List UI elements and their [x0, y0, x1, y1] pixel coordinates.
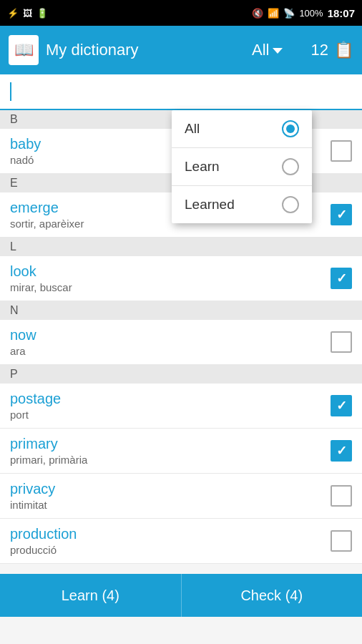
filter-learned-label: Learned [185, 197, 235, 213]
list-item[interactable]: privacy intimitat [0, 474, 362, 519]
checkbox-now[interactable] [331, 331, 352, 353]
word-count: 12 [311, 41, 328, 59]
app-icon: 📖 [9, 35, 39, 65]
checkbox-look[interactable] [331, 268, 352, 289]
text-cursor [10, 82, 11, 101]
radio-learned [282, 196, 299, 213]
list-item[interactable]: now ara [0, 320, 362, 365]
filter-dropdown: All Learn Learned [172, 110, 312, 223]
learn-button[interactable]: Learn (4) [0, 574, 182, 617]
usb-icon: ⚡ [7, 8, 19, 19]
word-text-primary: primary primari, primària [10, 436, 331, 466]
word-translation-look: mirar, buscar [10, 281, 331, 293]
filter-dropdown-button[interactable]: All [252, 41, 282, 59]
list-item[interactable]: production producció [0, 519, 362, 564]
filter-option-learned[interactable]: Learned [172, 186, 312, 223]
section-n: N [0, 301, 362, 320]
filter-all-label: All [185, 121, 200, 137]
word-title-production: production [10, 526, 331, 542]
word-translation-production: producció [10, 544, 331, 556]
filter-option-learn[interactable]: Learn [172, 148, 312, 186]
filter-option-all[interactable]: All [172, 110, 312, 148]
list-item[interactable]: primary primari, primària [0, 429, 362, 474]
status-bar-left: ⚡ 🖼 🔋 [7, 8, 48, 19]
list-item[interactable]: postage port [0, 384, 362, 429]
word-title-privacy: privacy [10, 481, 331, 497]
word-text-now: now ara [10, 327, 331, 357]
checkbox-postage[interactable] [331, 395, 352, 416]
clipboard-icon[interactable]: 📋 [334, 41, 353, 59]
book-icon: 📖 [14, 41, 34, 59]
word-text-look: look mirar, buscar [10, 263, 331, 293]
radio-all [282, 120, 299, 137]
check-button[interactable]: Check (4) [182, 574, 363, 617]
radio-learn [282, 158, 299, 175]
word-text-privacy: privacy intimitat [10, 481, 331, 511]
word-translation-postage: port [10, 409, 331, 421]
checkbox-baby[interactable] [331, 140, 352, 162]
word-translation-primary: primari, primària [10, 454, 331, 466]
checkbox-privacy[interactable] [331, 485, 352, 507]
battery-percent: 100% [299, 8, 323, 19]
word-title-primary: primary [10, 436, 331, 452]
section-p: P [0, 365, 362, 384]
filter-learn-label: Learn [185, 159, 220, 175]
search-bar[interactable] [0, 74, 362, 110]
word-title-now: now [10, 327, 331, 343]
battery-charging-icon: 🔋 [36, 8, 48, 19]
word-translation-now: ara [10, 345, 331, 357]
checkbox-production[interactable] [331, 530, 352, 552]
status-bar: ⚡ 🖼 🔋 🔇 📶 📡 100% 18:07 [0, 0, 362, 26]
list-item[interactable]: look mirar, buscar [0, 256, 362, 301]
status-bar-right: 🔇 📶 📡 100% 18:07 [252, 7, 355, 19]
signal-icon: 📡 [283, 8, 295, 19]
status-time: 18:07 [328, 7, 355, 19]
section-l: L [0, 238, 362, 256]
mute-icon: 🔇 [252, 8, 263, 19]
word-translation-privacy: intimitat [10, 499, 331, 511]
word-title-look: look [10, 263, 331, 280]
wifi-icon: 📶 [268, 8, 279, 19]
word-title-postage: postage [10, 391, 331, 407]
bottom-bar: Learn (4) Check (4) [0, 574, 362, 617]
checkbox-emerge[interactable] [331, 204, 352, 225]
checkbox-primary[interactable] [331, 440, 352, 462]
toolbar: 📖 My dictionary All 12 📋 [0, 26, 362, 74]
toolbar-title: My dictionary [46, 41, 252, 59]
word-text-production: production producció [10, 526, 331, 556]
word-text-postage: postage port [10, 391, 331, 421]
image-icon: 🖼 [23, 8, 32, 19]
